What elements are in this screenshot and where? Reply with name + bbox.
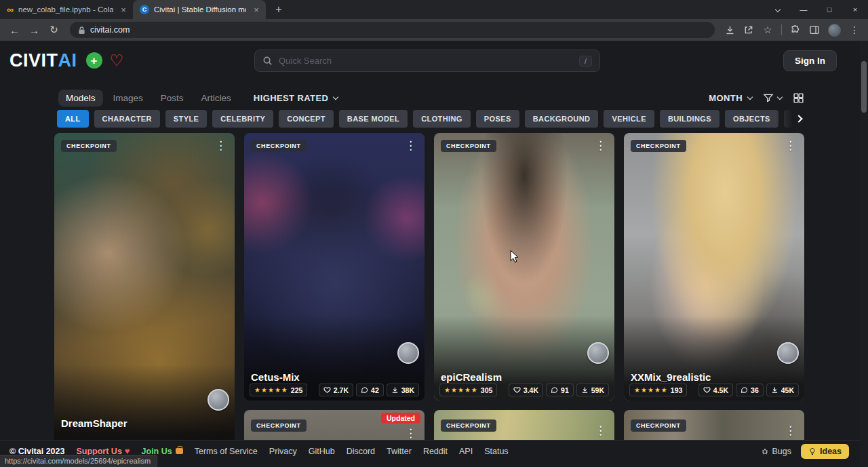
logo-text-blue: AI (58, 50, 77, 71)
model-type-badge[interactable]: CHECKPOINT (251, 140, 307, 152)
ideas-button[interactable]: Ideas (801, 444, 849, 459)
model-card-xxmix9realistic[interactable]: CHECKPOINT ⋮ XXMix_9realistic ★★★★★ 193 … (624, 133, 804, 400)
page-scrollbar[interactable] (860, 41, 868, 467)
card-menu-icon[interactable]: ⋮ (589, 137, 612, 154)
window-minimize-button[interactable]: — (791, 0, 816, 19)
rating-count: 225 (291, 386, 303, 394)
footer-link-privacy[interactable]: Privacy (269, 447, 297, 456)
browser-tab-civitai[interactable]: C Civitai | Stable Diffusion models, × (133, 0, 266, 19)
card-menu-icon[interactable]: ⋮ (399, 137, 422, 154)
footer-link-twitter[interactable]: Twitter (387, 447, 412, 456)
browser-profile-avatar[interactable] (828, 24, 841, 37)
model-type-badge[interactable]: CHECKPOINT (251, 419, 307, 432)
scrollbar-thumb[interactable] (861, 61, 867, 113)
chip-clothing[interactable]: CLOTHING (413, 110, 471, 128)
create-plus-button[interactable]: + (86, 52, 102, 69)
card-menu-icon[interactable]: ⋮ (779, 137, 802, 154)
sort-label: HIGHEST RATED (254, 93, 328, 103)
comments-pill: 42 (356, 384, 384, 396)
search-input[interactable] (279, 56, 573, 66)
window-close-button[interactable]: × (842, 0, 868, 19)
bugs-button[interactable]: Bugs (761, 447, 792, 456)
star-rating-icons: ★★★★★ (634, 387, 668, 394)
chips-scroll-right-button[interactable] (776, 110, 806, 128)
creator-avatar[interactable] (208, 389, 229, 411)
chip-base-model[interactable]: BASE MODEL (339, 110, 408, 128)
footer-link-terms[interactable]: Terms of Service (195, 447, 258, 456)
model-title: epiCRealism (441, 371, 502, 383)
footer-link-discord[interactable]: Discord (347, 447, 375, 456)
layout-grid-icon[interactable] (793, 92, 804, 104)
period-dropdown[interactable]: MONTH (709, 93, 752, 103)
card-menu-icon[interactable]: ⋮ (210, 137, 232, 154)
rating-pill: ★★★★★ 305 (439, 384, 497, 396)
status-url-bubble: https://civitai.com/models/25694/epicrea… (0, 455, 157, 467)
rating-count: 193 (671, 386, 683, 394)
chip-poses[interactable]: POSES (476, 110, 519, 128)
model-card-epicrealism[interactable]: CHECKPOINT ⋮ epiCRealism ★★★★★ 305 3.4K … (434, 133, 614, 400)
footer-link-github[interactable]: GitHub (309, 447, 335, 456)
model-type-badge[interactable]: CHECKPOINT (61, 140, 117, 152)
window-maximize-button[interactable]: □ (816, 0, 842, 19)
share-icon[interactable] (741, 22, 757, 38)
nav-right-controls: MONTH (709, 92, 804, 104)
creator-avatar[interactable] (587, 342, 609, 364)
new-tab-button[interactable]: + (270, 1, 288, 18)
tab-articles[interactable]: Articles (194, 90, 239, 107)
creator-avatar[interactable] (777, 342, 799, 364)
chip-character[interactable]: CHARACTER (94, 110, 160, 128)
model-card-cetus-mix[interactable]: CHECKPOINT ⋮ Cetus-Mix ★★★★★ 225 2.7K 42… (244, 133, 425, 400)
search-shortcut-key: / (579, 56, 592, 67)
heart-icon (323, 386, 331, 394)
comment-icon (741, 386, 748, 394)
model-type-badge[interactable]: CHECKPOINT (631, 140, 686, 152)
footer-link-status[interactable]: Status (484, 447, 508, 456)
card-menu-icon[interactable]: ⋮ (779, 422, 802, 439)
creator-avatar[interactable] (397, 342, 419, 364)
likes-pill: 3.4K (509, 384, 543, 396)
chip-vehicle[interactable]: VEHICLE (604, 110, 654, 128)
download-page-icon[interactable] (722, 22, 738, 38)
chip-buildings[interactable]: BUILDINGS (660, 110, 719, 128)
cards-column: CHECKPOINT ⋮ XXMix_9realistic ★★★★★ 193 … (624, 133, 804, 467)
bookmark-star-icon[interactable]: ☆ (760, 22, 776, 38)
quick-search-bar[interactable]: / (254, 50, 600, 72)
chip-objects[interactable]: OBJECTS (725, 110, 778, 128)
model-type-badge[interactable]: CHECKPOINT (441, 419, 496, 432)
chip-style[interactable]: STYLE (165, 110, 207, 128)
browser-menu-icon[interactable]: ⋮ (846, 22, 863, 38)
browser-tab-colab[interactable]: ∞ new_colab_file.ipynb - Colaborat × (0, 0, 133, 19)
address-bar[interactable]: civitai.com (70, 22, 715, 38)
filter-dropdown[interactable] (763, 92, 782, 103)
tab-close-icon[interactable]: × (251, 5, 262, 15)
civitai-logo[interactable]: CIVITAI (9, 50, 77, 71)
model-card-dreamshaper[interactable]: CHECKPOINT ⋮ DreamShaper (54, 133, 235, 449)
stats-right-group: 4.5K 36 45K (698, 384, 799, 396)
tab-posts[interactable]: Posts (153, 90, 191, 107)
support-heart-icon[interactable]: ♡ (110, 53, 124, 69)
chip-celebrity[interactable]: CELEBRITY (212, 110, 273, 128)
tab-images[interactable]: Images (106, 90, 151, 107)
card-menu-icon[interactable]: ⋮ (589, 422, 612, 439)
reload-button[interactable]: ↻ (45, 21, 63, 39)
model-type-badge[interactable]: CHECKPOINT (631, 419, 686, 432)
chip-all[interactable]: ALL (57, 110, 89, 128)
model-type-badge[interactable]: CHECKPOINT (441, 140, 496, 152)
downloads-count: 59K (591, 386, 604, 394)
back-button[interactable]: ← (5, 21, 24, 39)
chip-concept[interactable]: CONCEPT (279, 110, 334, 128)
comment-icon (361, 386, 368, 394)
updated-badge: Updated (381, 413, 420, 424)
footer-link-api[interactable]: API (459, 447, 473, 456)
tab-close-icon[interactable]: × (118, 5, 129, 15)
model-stats-row: ★★★★★ 193 4.5K 36 45K (629, 384, 799, 396)
footer-link-reddit[interactable]: Reddit (423, 447, 448, 456)
forward-button[interactable]: → (25, 21, 43, 39)
side-panel-icon[interactable] (806, 22, 823, 38)
tab-models[interactable]: Models (58, 90, 103, 107)
chip-background[interactable]: BACKGROUND (525, 110, 599, 128)
tab-search-button[interactable] (765, 0, 791, 19)
extensions-puzzle-icon[interactable] (787, 22, 804, 38)
sign-in-button[interactable]: Sign In (783, 50, 837, 71)
sort-dropdown[interactable]: HIGHEST RATED (254, 93, 338, 103)
